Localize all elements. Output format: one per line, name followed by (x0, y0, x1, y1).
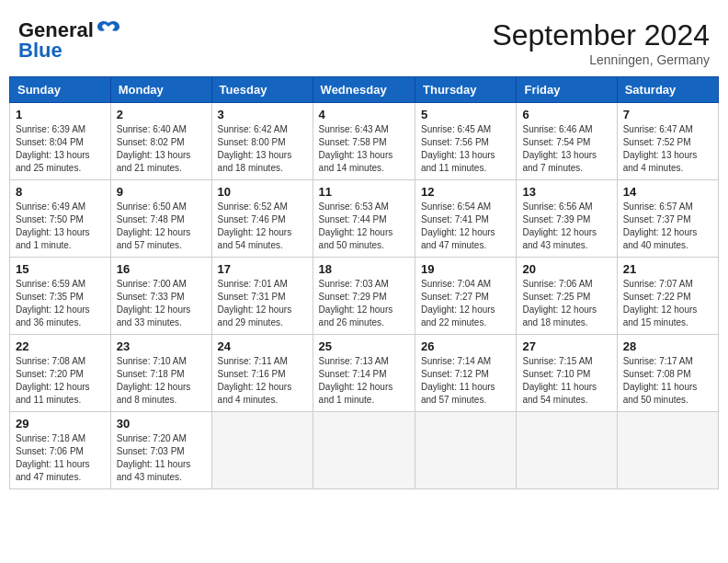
day-number: 23 (117, 339, 206, 353)
day-info: Sunrise: 6:53 AMSunset: 7:44 PMDaylight:… (319, 201, 409, 252)
calendar-cell (517, 412, 617, 489)
day-number: 10 (218, 185, 307, 199)
calendar-cell: 28Sunrise: 7:17 AMSunset: 7:08 PMDayligh… (617, 335, 718, 412)
calendar-week-row: 8Sunrise: 6:49 AMSunset: 7:50 PMDaylight… (10, 180, 719, 258)
day-number: 8 (16, 185, 105, 199)
calendar-cell: 23Sunrise: 7:10 AMSunset: 7:18 PMDayligh… (110, 335, 211, 412)
day-number: 9 (117, 185, 206, 199)
calendar-cell: 18Sunrise: 7:03 AMSunset: 7:29 PMDayligh… (313, 258, 415, 335)
day-info: Sunrise: 7:08 AMSunset: 7:20 PMDaylight:… (16, 355, 105, 407)
calendar-cell: 10Sunrise: 6:52 AMSunset: 7:46 PMDayligh… (211, 180, 313, 258)
day-info: Sunrise: 7:17 AMSunset: 7:08 PMDaylight:… (623, 355, 712, 407)
calendar-cell: 15Sunrise: 6:59 AMSunset: 7:35 PMDayligh… (10, 258, 111, 335)
logo-bird-icon (96, 19, 121, 40)
day-info: Sunrise: 7:18 AMSunset: 7:06 PMDaylight:… (16, 432, 105, 484)
calendar-cell: 24Sunrise: 7:11 AMSunset: 7:16 PMDayligh… (211, 335, 313, 412)
calendar-cell: 22Sunrise: 7:08 AMSunset: 7:20 PMDayligh… (10, 335, 111, 412)
day-info: Sunrise: 7:20 AMSunset: 7:03 PMDaylight:… (117, 432, 206, 484)
day-info: Sunrise: 7:06 AMSunset: 7:25 PMDaylight:… (522, 278, 610, 329)
day-number: 19 (421, 262, 510, 276)
logo-text-blue: Blue (18, 39, 63, 63)
calendar-cell: 8Sunrise: 6:49 AMSunset: 7:50 PMDaylight… (10, 180, 111, 258)
day-number: 21 (623, 262, 712, 276)
calendar-week-row: 15Sunrise: 6:59 AMSunset: 7:35 PMDayligh… (10, 258, 719, 335)
day-info: Sunrise: 6:46 AMSunset: 7:54 PMDaylight:… (522, 123, 610, 175)
day-info: Sunrise: 6:43 AMSunset: 7:58 PMDaylight:… (319, 123, 409, 175)
day-number: 7 (623, 108, 712, 121)
day-info: Sunrise: 7:00 AMSunset: 7:33 PMDaylight:… (117, 278, 206, 329)
calendar-cell: 19Sunrise: 7:04 AMSunset: 7:27 PMDayligh… (415, 258, 517, 335)
col-header-monday: Monday (110, 77, 211, 103)
calendar-cell: 4Sunrise: 6:43 AMSunset: 7:58 PMDaylight… (313, 103, 415, 180)
col-header-thursday: Thursday (415, 77, 517, 103)
calendar-cell: 5Sunrise: 6:45 AMSunset: 7:56 PMDaylight… (415, 103, 517, 180)
calendar-cell: 11Sunrise: 6:53 AMSunset: 7:44 PMDayligh… (313, 180, 415, 258)
calendar-cell (617, 412, 718, 489)
calendar-cell: 27Sunrise: 7:15 AMSunset: 7:10 PMDayligh… (517, 335, 617, 412)
day-info: Sunrise: 7:01 AMSunset: 7:31 PMDaylight:… (218, 278, 307, 329)
calendar-cell (211, 412, 313, 489)
day-number: 3 (218, 108, 307, 121)
calendar-cell: 16Sunrise: 7:00 AMSunset: 7:33 PMDayligh… (110, 258, 211, 335)
page-header: General Blue September 2024 Lenningen, G… (9, 9, 719, 72)
day-number: 29 (16, 417, 105, 431)
day-number: 24 (218, 339, 307, 353)
calendar-cell: 20Sunrise: 7:06 AMSunset: 7:25 PMDayligh… (517, 258, 617, 335)
calendar-cell: 7Sunrise: 6:47 AMSunset: 7:52 PMDaylight… (617, 103, 718, 180)
day-number: 5 (421, 108, 510, 121)
day-info: Sunrise: 6:40 AMSunset: 8:02 PMDaylight:… (117, 123, 206, 175)
col-header-sunday: Sunday (10, 77, 111, 103)
day-info: Sunrise: 6:50 AMSunset: 7:48 PMDaylight:… (117, 201, 206, 252)
calendar-cell: 13Sunrise: 6:56 AMSunset: 7:39 PMDayligh… (517, 180, 617, 258)
col-header-saturday: Saturday (617, 77, 718, 103)
day-info: Sunrise: 6:56 AMSunset: 7:39 PMDaylight:… (522, 201, 610, 252)
calendar-cell: 14Sunrise: 6:57 AMSunset: 7:37 PMDayligh… (617, 180, 718, 258)
day-info: Sunrise: 6:42 AMSunset: 8:00 PMDaylight:… (218, 123, 307, 175)
calendar-week-row: 29Sunrise: 7:18 AMSunset: 7:06 PMDayligh… (10, 412, 719, 489)
day-info: Sunrise: 6:52 AMSunset: 7:46 PMDaylight:… (218, 201, 307, 252)
day-info: Sunrise: 7:04 AMSunset: 7:27 PMDaylight:… (421, 278, 510, 329)
calendar-cell: 21Sunrise: 7:07 AMSunset: 7:22 PMDayligh… (617, 258, 718, 335)
day-info: Sunrise: 7:10 AMSunset: 7:18 PMDaylight:… (117, 355, 206, 407)
day-info: Sunrise: 6:45 AMSunset: 7:56 PMDaylight:… (421, 123, 510, 175)
calendar-cell: 12Sunrise: 6:54 AMSunset: 7:41 PMDayligh… (415, 180, 517, 258)
calendar-cell (415, 412, 517, 489)
day-number: 25 (319, 339, 409, 353)
calendar-cell: 2Sunrise: 6:40 AMSunset: 8:02 PMDaylight… (110, 103, 211, 180)
day-info: Sunrise: 7:03 AMSunset: 7:29 PMDaylight:… (319, 278, 409, 329)
calendar-cell (313, 412, 415, 489)
day-number: 26 (421, 339, 510, 353)
day-number: 13 (522, 185, 610, 199)
day-number: 17 (218, 262, 307, 276)
day-info: Sunrise: 7:07 AMSunset: 7:22 PMDaylight:… (623, 278, 712, 329)
day-info: Sunrise: 6:49 AMSunset: 7:50 PMDaylight:… (16, 201, 105, 252)
calendar-week-row: 1Sunrise: 6:39 AMSunset: 8:04 PMDaylight… (10, 103, 719, 180)
day-number: 27 (522, 339, 610, 353)
day-number: 16 (117, 262, 206, 276)
location-subtitle: Lenningen, Germany (492, 52, 710, 67)
day-number: 12 (421, 185, 510, 199)
calendar-cell: 6Sunrise: 6:46 AMSunset: 7:54 PMDaylight… (517, 103, 617, 180)
day-info: Sunrise: 7:15 AMSunset: 7:10 PMDaylight:… (522, 355, 610, 407)
calendar-table: SundayMondayTuesdayWednesdayThursdayFrid… (9, 76, 719, 489)
day-number: 30 (117, 417, 206, 431)
day-number: 11 (319, 185, 409, 199)
day-info: Sunrise: 6:47 AMSunset: 7:52 PMDaylight:… (623, 123, 712, 175)
col-header-tuesday: Tuesday (211, 77, 313, 103)
calendar-cell: 26Sunrise: 7:14 AMSunset: 7:12 PMDayligh… (415, 335, 517, 412)
day-info: Sunrise: 6:59 AMSunset: 7:35 PMDaylight:… (16, 278, 105, 329)
day-number: 1 (16, 108, 105, 121)
day-number: 15 (16, 262, 105, 276)
calendar-header-row: SundayMondayTuesdayWednesdayThursdayFrid… (10, 77, 719, 103)
day-info: Sunrise: 7:14 AMSunset: 7:12 PMDaylight:… (421, 355, 510, 407)
day-number: 2 (117, 108, 206, 121)
calendar-week-row: 22Sunrise: 7:08 AMSunset: 7:20 PMDayligh… (10, 335, 719, 412)
day-number: 18 (319, 262, 409, 276)
day-info: Sunrise: 6:39 AMSunset: 8:04 PMDaylight:… (16, 123, 105, 175)
day-info: Sunrise: 7:13 AMSunset: 7:14 PMDaylight:… (319, 355, 409, 407)
day-number: 20 (522, 262, 610, 276)
day-number: 14 (623, 185, 712, 199)
calendar-cell: 25Sunrise: 7:13 AMSunset: 7:14 PMDayligh… (313, 335, 415, 412)
day-number: 6 (522, 108, 610, 121)
calendar-cell: 9Sunrise: 6:50 AMSunset: 7:48 PMDaylight… (110, 180, 211, 258)
